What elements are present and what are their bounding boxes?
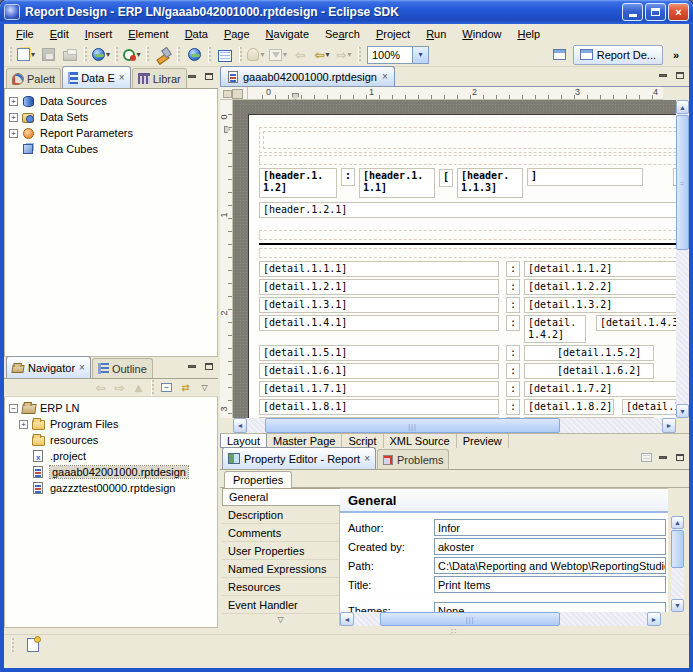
detail-cell[interactable]: [detail.1.6.2] [524, 363, 654, 379]
category-general[interactable]: General [222, 488, 340, 506]
toolbar-grip[interactable] [358, 47, 361, 63]
scroll-up-button[interactable]: ▲ [676, 100, 689, 114]
detail-cell[interactable]: [detail.1.6.1] [259, 363, 499, 379]
detail-cell[interactable]: [detail.1.4.2] [524, 315, 586, 343]
forward-button[interactable]: ⇨▾ [334, 45, 354, 65]
form-vertical-scrollbar[interactable]: ▲ ▼ [671, 516, 684, 612]
editor-horizontal-scrollbar[interactable]: ◄ ||| ► [233, 418, 676, 433]
themes-input[interactable]: None [434, 602, 666, 612]
back-button[interactable]: ⇦▾ [312, 45, 332, 65]
scrollbar-thumb[interactable]: = [676, 115, 689, 250]
expand-icon[interactable]: + [9, 113, 18, 122]
report-library-button[interactable] [215, 45, 235, 65]
close-button[interactable]: × [668, 3, 689, 21]
close-icon[interactable]: × [382, 71, 388, 82]
menu-search[interactable]: Search [317, 27, 368, 41]
detail-cell[interactable]: [detail.1.5.2] [524, 345, 654, 361]
toolbar-grip[interactable] [146, 47, 149, 63]
print-button[interactable] [60, 45, 80, 65]
layout-canvas[interactable]: [header.1.1.2] : [header.1.1.1] [ [heade… [233, 100, 676, 418]
up-button[interactable]: ▲ [130, 380, 147, 396]
search-actions-button[interactable]: ▾ [268, 45, 288, 65]
header-cell[interactable]: : [341, 168, 355, 186]
detail-cell[interactable]: [detail.1.4.3] [596, 315, 676, 331]
category-named-expressions[interactable]: Named Expressions [222, 560, 339, 578]
menu-element[interactable]: Element [120, 27, 176, 41]
detail-cell[interactable]: : [506, 363, 520, 379]
detail-cell[interactable]: [detail.1.8.2] [524, 399, 614, 415]
detail-cell[interactable]: [detail.1.8.3] [622, 399, 676, 415]
scrollbar-thumb[interactable]: ||| [380, 612, 560, 626]
detail-cell[interactable]: : [506, 345, 520, 361]
detail-cell[interactable]: : [506, 399, 520, 415]
header-cell[interactable]: [header.1.1.1] [359, 168, 435, 198]
expand-icon[interactable]: + [9, 129, 18, 138]
view-menu-button[interactable]: ▽ [196, 380, 213, 396]
report-thin-row[interactable] [259, 248, 676, 258]
menu-project[interactable]: Project [368, 27, 418, 41]
header-cell[interactable]: [header.1.1.3] [457, 168, 523, 198]
detail-cell[interactable]: [detail.1.4.1] [259, 315, 499, 331]
menu-edit[interactable]: Edit [42, 27, 77, 41]
detail-cell[interactable]: [detail.1.3.2] [524, 297, 676, 313]
tree-item-erp-ln[interactable]: − ERP LN [5, 400, 217, 416]
report-page[interactable]: [header.1.1.2] : [header.1.1.1] [ [heade… [248, 114, 676, 418]
detail-cell[interactable]: [detail.1.1.2] [524, 261, 676, 277]
tab-outline[interactable]: Outline [92, 358, 153, 378]
tree-item-report-parameters[interactable]: + Report Parameters [5, 125, 217, 141]
tab-layout[interactable]: Layout [220, 434, 267, 448]
scrollbar-thumb[interactable]: ||| [265, 418, 560, 433]
detail-cell[interactable]: : [506, 315, 520, 331]
editor-vertical-scrollbar[interactable]: ▲ = ▼ [676, 100, 689, 418]
menu-data[interactable]: Data [177, 27, 216, 41]
maximize-view-button[interactable] [673, 451, 687, 463]
report-thin-row[interactable] [259, 155, 676, 165]
forward-button[interactable]: ⇨ [111, 380, 128, 396]
menu-insert[interactable]: Insert [77, 27, 121, 41]
theme-button[interactable] [153, 45, 173, 65]
path-input[interactable]: C:\Data\Reporting and Webtop\ReportingSt… [434, 557, 666, 574]
tree-item-gazzztest-rptdesign[interactable]: gazzztest00000.rptdesign [5, 480, 217, 496]
detail-cell[interactable]: [detail.1.7.2] [524, 381, 676, 397]
title-input[interactable]: Print Items [434, 576, 666, 593]
category-comments[interactable]: Comments [222, 524, 339, 542]
menu-run[interactable]: Run [418, 27, 454, 41]
report-empty-row[interactable] [259, 127, 676, 153]
detail-cell[interactable]: [detail.1.3.1] [259, 297, 499, 313]
collapse-all-button[interactable]: − [158, 380, 175, 396]
created-by-input[interactable]: akoster [434, 538, 666, 555]
report-thin-row[interactable] [259, 230, 676, 240]
external-tools-button[interactable]: ▾ [246, 45, 266, 65]
web-viewer-button[interactable] [184, 45, 204, 65]
tree-item-program-files[interactable]: + Program Files [5, 416, 217, 432]
minimize-view-button[interactable] [656, 69, 670, 81]
detail-cell[interactable]: [detail.1.8.1] [259, 399, 499, 415]
header-cell[interactable]: [ [439, 169, 453, 187]
menu-file[interactable]: File [8, 27, 42, 41]
run-report-button[interactable]: ▾ [122, 45, 142, 65]
category-event-handler[interactable]: Event Handler [222, 596, 339, 614]
minimize-view-button[interactable] [185, 360, 199, 372]
tree-item-data-sources[interactable]: + Data Sources [5, 93, 217, 109]
editor-tab-gaaab[interactable]: gaaab042001000.rptdesign × [220, 66, 395, 86]
scroll-down-button[interactable]: ▼ [671, 599, 684, 612]
back-button[interactable]: ⇦ [92, 380, 109, 396]
title-bar[interactable]: Report Design - ERP LN/gaaab042001000.rp… [0, 0, 693, 24]
toolbar-grip[interactable] [84, 47, 87, 63]
tree-item-data-cubes[interactable]: Data Cubes [5, 141, 217, 157]
category-resources[interactable]: Resources [222, 578, 339, 596]
minimize-button[interactable] [622, 3, 643, 21]
perspective-overflow-button[interactable]: » [666, 45, 686, 65]
header-cell[interactable]: [header.1.2.1] [259, 202, 676, 218]
menu-navigate[interactable]: Navigate [258, 27, 317, 41]
scrollbar-thumb[interactable] [671, 530, 684, 568]
open-perspective-button[interactable] [550, 45, 570, 65]
new-report-button[interactable]: ▾ [16, 45, 36, 65]
tab-palette[interactable]: Palett [6, 68, 61, 88]
category-scroll-down-icon[interactable]: ▽ [277, 615, 283, 624]
detail-cell[interactable]: [detail.1.7.1] [259, 381, 499, 397]
tab-master-page[interactable]: Master Page [267, 434, 342, 448]
menu-window[interactable]: Window [454, 27, 509, 41]
detail-cell[interactable]: : [506, 381, 520, 397]
tab-xml-source[interactable]: XML Source [384, 434, 457, 448]
